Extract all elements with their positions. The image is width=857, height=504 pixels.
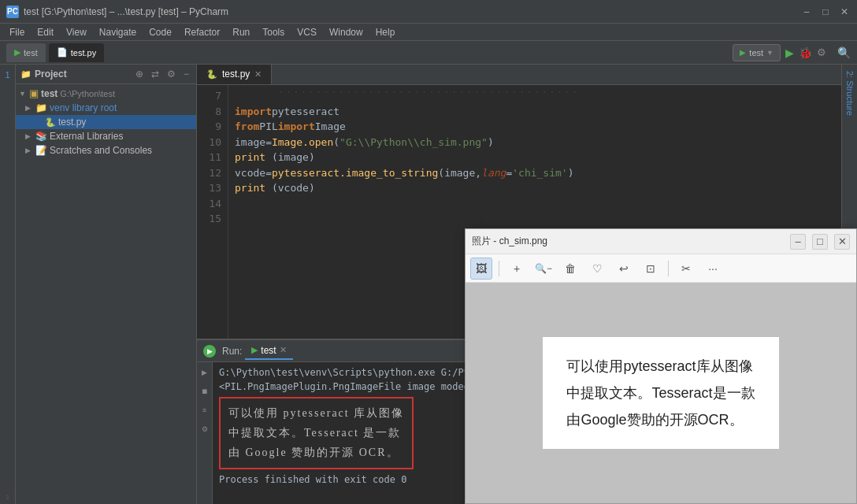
bottom-icon-3[interactable]: ≡: [198, 403, 212, 417]
bottom-tab-label: test: [261, 345, 276, 356]
menu-run[interactable]: Run: [226, 25, 256, 39]
editor-tab-icon: 🐍: [206, 69, 217, 80]
run-config-button[interactable]: ▶ test ▼: [733, 44, 781, 61]
tree-item-venv[interactable]: ▶ 📁 venv library root: [16, 101, 196, 115]
tree-item-extlib[interactable]: ▶ 📚 External Libraries: [16, 129, 196, 143]
profile-button[interactable]: ⚙: [817, 46, 826, 58]
tree-item-testpy[interactable]: 🐍 test.py: [16, 115, 196, 129]
left-icon-project[interactable]: 1: [1, 68, 15, 82]
tree-label-testpy: test.py: [58, 117, 86, 128]
code-line-9: ⚠from PIL import Image: [235, 119, 835, 135]
float-tool-zoom[interactable]: 🔍−: [532, 258, 555, 280]
tree-folder-icon-root: ▣: [29, 87, 39, 99]
tree-item-root[interactable]: ▼ ▣ test G:\Python\test: [16, 86, 196, 101]
float-image-text: 可以使用pytesseract库从图像中提取文本。Tesseract是一款由Go…: [566, 358, 755, 428]
toolbar-tab-test[interactable]: ▶ test: [6, 43, 46, 62]
left-icon-structure[interactable]: 2: [6, 494, 9, 501]
tree-label-venv: venv library root: [50, 102, 117, 113]
right-icon-structure[interactable]: 2: Structure: [844, 68, 856, 119]
project-add-button[interactable]: ⊕: [133, 68, 146, 80]
menu-navigate[interactable]: Navigate: [93, 25, 143, 39]
float-content: 可以使用pytesseract库从图像中提取文本。Tesseract是一款由Go…: [466, 283, 856, 503]
float-tool-crop[interactable]: ⊡: [640, 258, 662, 280]
float-tool-image[interactable]: 🖼: [470, 258, 492, 280]
toolbar-tab-testpy[interactable]: 📄 test.py: [49, 43, 104, 62]
code-line-15: [235, 211, 835, 227]
project-sync-button[interactable]: ⇄: [149, 68, 161, 80]
tree-arrow-venv: ▶: [25, 104, 33, 112]
code-line-11: print (image): [235, 150, 835, 165]
float-maximize-button[interactable]: □: [812, 234, 828, 250]
project-panel-title: Project: [35, 69, 130, 80]
project-settings-button[interactable]: ⚙: [165, 68, 178, 80]
bottom-icon-4[interactable]: ⚙: [198, 422, 212, 436]
float-tool-edit[interactable]: ✂: [675, 258, 697, 280]
float-tool-heart[interactable]: ♡: [586, 258, 608, 280]
tree-label-extlib: External Libraries: [50, 131, 123, 142]
editor-tab-label: test.py: [222, 69, 250, 80]
line-numbers: 7 8 9 10 11 12 13 14 15: [197, 85, 228, 339]
project-header: 📁 Project ⊕ ⇄ ⚙ −: [16, 65, 196, 84]
bottom-tab-close[interactable]: ✕: [280, 345, 287, 355]
chinese-text: 可以使用 pytesseract 库从图像中提取文本。Tesseract 是一款…: [219, 397, 414, 469]
float-close-button[interactable]: ✕: [834, 234, 850, 250]
run-config-label: test: [749, 48, 763, 57]
bottom-run-label: Run:: [222, 346, 242, 357]
project-minimize-button[interactable]: −: [181, 68, 191, 80]
menu-help[interactable]: Help: [369, 25, 402, 39]
tree-label-root: test: [41, 88, 58, 99]
menu-window[interactable]: Window: [323, 25, 369, 39]
float-tool-delete[interactable]: 🗑: [559, 258, 581, 280]
code-line-13: print (vcode): [235, 180, 835, 196]
float-separator-2: [668, 261, 669, 276]
menu-vcs[interactable]: VCS: [291, 25, 323, 39]
menu-edit[interactable]: Edit: [31, 25, 60, 39]
bottom-icon-1[interactable]: ▶: [198, 365, 212, 380]
editor-tabs: 🐍 test.py ✕ · · · · · · · · · · · · · · …: [197, 65, 841, 85]
run-tab-icon: ▶: [14, 47, 20, 57]
menu-code[interactable]: Code: [143, 25, 178, 39]
float-tool-more[interactable]: ···: [702, 258, 724, 280]
project-panel: 📁 Project ⊕ ⇄ ⚙ − ▼ ▣ test G:\Python\tes…: [16, 65, 197, 504]
menu-refactor[interactable]: Refactor: [178, 25, 226, 39]
run-config-arrow: ▼: [766, 49, 774, 57]
editor-tab-close[interactable]: ✕: [254, 69, 262, 80]
code-line-8: import pytesseract: [235, 104, 835, 120]
float-tool-add[interactable]: +: [506, 258, 528, 280]
editor-tab-testpy[interactable]: 🐍 test.py ✕: [197, 65, 272, 84]
run-config-icon: ▶: [740, 48, 746, 57]
code-line-10: image = Image.open("G:\\Python\\ch_sim.p…: [235, 135, 835, 150]
bottom-tab-test[interactable]: ▶ test ✕: [245, 343, 292, 360]
code-line-14: [235, 196, 835, 212]
menu-bar: File Edit View Navigate Code Refactor Ru…: [0, 24, 857, 41]
tree-label-scratches: Scratches and Consoles: [50, 145, 152, 156]
bottom-left-icons: ▶ ⏹ ≡ ⚙: [197, 362, 213, 504]
float-title-text: 照片 - ch_sim.png: [472, 235, 790, 248]
minimize-button[interactable]: –: [800, 6, 813, 18]
menu-view[interactable]: View: [60, 25, 93, 39]
float-controls: – □ ✕: [790, 234, 850, 250]
close-button[interactable]: ✕: [838, 6, 851, 18]
float-separator-1: [499, 261, 499, 276]
float-tool-rotate[interactable]: ↩: [613, 258, 635, 280]
toolbar-run-area: ▶ test ▼ ▶ 🐞 ⚙ 🔍: [733, 44, 851, 61]
maximize-button[interactable]: □: [819, 6, 832, 18]
debug-button[interactable]: 🐞: [799, 46, 812, 59]
bottom-tab-icon: ▶: [251, 345, 258, 355]
code-line-12: vcode = pytesseract.image_to_string(imag…: [235, 165, 835, 181]
tree-folder-icon-scratches: 📝: [35, 145, 47, 156]
float-minimize-button[interactable]: –: [790, 234, 806, 250]
project-folder-icon: 📁: [20, 69, 32, 80]
tree-item-scratches[interactable]: ▶ 📝 Scratches and Consoles: [16, 143, 196, 158]
bottom-icon-2[interactable]: ⏹: [198, 384, 212, 398]
run-button[interactable]: ▶: [785, 46, 794, 59]
menu-tools[interactable]: Tools: [256, 25, 291, 39]
bottom-run-button[interactable]: ▶: [203, 345, 216, 358]
menu-file[interactable]: File: [3, 25, 31, 39]
window-controls: – □ ✕: [800, 6, 851, 18]
search-button[interactable]: 🔍: [837, 46, 851, 59]
toolbar-tab-testpy-label: test.py: [71, 48, 96, 57]
file-tab-icon: 📄: [57, 47, 68, 57]
title-text: test [G:\Python\test] – ...\test.py [tes…: [24, 6, 228, 17]
float-toolbar: 🖼 + 🔍− 🗑 ♡ ↩ ⊡ ✂ ···: [466, 254, 856, 283]
